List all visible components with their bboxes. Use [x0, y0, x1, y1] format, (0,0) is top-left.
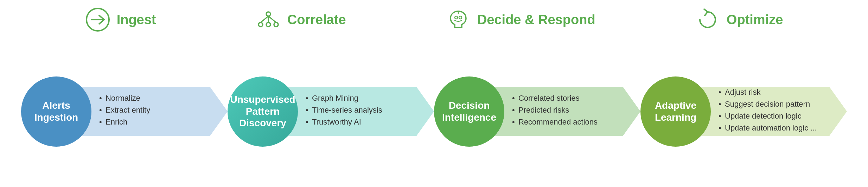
- header-label-ingest: Ingest: [117, 12, 156, 27]
- header-item-ingest: Ingest: [85, 7, 156, 32]
- svg-point-4: [274, 22, 278, 27]
- arrow-body-decision: Correlated stories Predicted risks Recom…: [494, 87, 640, 136]
- header-item-decide: Decide & Respond: [446, 7, 595, 32]
- bullet-item: Suggest decision pattern: [725, 100, 817, 109]
- arrow-body-unsupervised: Graph Mining Time-series analysis Trustw…: [287, 87, 434, 136]
- circle-label-adaptive: AdaptiveLearning: [655, 100, 696, 123]
- header-label-decide: Decide & Respond: [477, 12, 595, 27]
- bullet-item: Update detection logic: [725, 112, 817, 121]
- bullets-adaptive: Adjust risk Suggest decision pattern Upd…: [700, 81, 824, 142]
- header-label-correlate: Correlate: [287, 12, 346, 27]
- svg-point-10: [459, 16, 462, 19]
- bullets-unsupervised: Graph Mining Time-series analysis Trustw…: [287, 87, 389, 136]
- bullet-item: Correlated stories: [518, 94, 598, 103]
- circle-adaptive: AdaptiveLearning: [640, 76, 711, 147]
- circle-alerts-ingestion: AlertsIngestion: [21, 76, 91, 147]
- arrow-right-circle-icon: [85, 7, 110, 32]
- cycle-icon: [695, 7, 720, 32]
- bullet-item: Normalize: [106, 94, 150, 103]
- circle-label-decision: DecisionIntelligence: [442, 100, 496, 123]
- header-row: Ingest Correlate Dec: [14, 7, 854, 32]
- bullet-item: Recommended actions: [518, 118, 598, 127]
- stage-decision: DecisionIntelligence Correlated stories …: [434, 76, 640, 147]
- bullet-item: Extract entity: [106, 106, 150, 115]
- header-item-correlate: Correlate: [256, 7, 346, 32]
- bullets-alerts-ingestion: Normalize Extract entity Enrich: [81, 87, 157, 136]
- svg-point-2: [266, 12, 270, 16]
- arrow-alerts-ingestion: Normalize Extract entity Enrich: [81, 87, 228, 136]
- arrow-unsupervised: Graph Mining Time-series analysis Trustw…: [287, 87, 434, 136]
- bullet-item: Update automation logic ...: [725, 123, 817, 133]
- bullet-item: Time-series analysis: [312, 106, 382, 115]
- bullet-item: Trustworthy AI: [312, 118, 382, 127]
- bullet-item: Enrich: [106, 118, 150, 127]
- svg-line-6: [261, 16, 268, 22]
- stage-adaptive: AdaptiveLearning Adjust risk Suggest dec…: [640, 76, 847, 147]
- header-item-optimize: Optimize: [695, 7, 783, 32]
- stage-unsupervised: UnsupervisedPatternDiscovery Graph Minin…: [228, 76, 434, 147]
- bullets-decision: Correlated stories Predicted risks Recom…: [494, 87, 605, 136]
- arrow-body-alerts-ingestion: Normalize Extract entity Enrich: [81, 87, 228, 136]
- network-icon: [256, 7, 281, 32]
- svg-point-5: [266, 22, 270, 27]
- bullet-item: Graph Mining: [312, 94, 382, 103]
- svg-point-3: [259, 22, 263, 27]
- svg-line-7: [268, 16, 276, 22]
- circle-decision: DecisionIntelligence: [434, 76, 504, 147]
- circle-label-alerts-ingestion: AlertsIngestion: [34, 100, 78, 123]
- circle-label-unsupervised: UnsupervisedPatternDiscovery: [230, 94, 295, 129]
- pipeline-row: AlertsIngestion Normalize Extract entity…: [14, 43, 854, 180]
- brain-icon: [446, 7, 471, 32]
- circle-unsupervised: UnsupervisedPatternDiscovery: [228, 76, 298, 147]
- header-label-optimize: Optimize: [727, 12, 783, 27]
- bullet-item: Predicted risks: [518, 106, 598, 115]
- page: Ingest Correlate Dec: [0, 0, 868, 187]
- arrow-decision: Correlated stories Predicted risks Recom…: [494, 87, 640, 136]
- arrow-adaptive: Adjust risk Suggest decision pattern Upd…: [700, 87, 847, 136]
- stage-alerts-ingestion: AlertsIngestion Normalize Extract entity…: [21, 76, 228, 147]
- arrow-body-adaptive: Adjust risk Suggest decision pattern Upd…: [700, 87, 847, 136]
- bullet-item: Adjust risk: [725, 88, 817, 97]
- svg-point-9: [455, 16, 458, 19]
